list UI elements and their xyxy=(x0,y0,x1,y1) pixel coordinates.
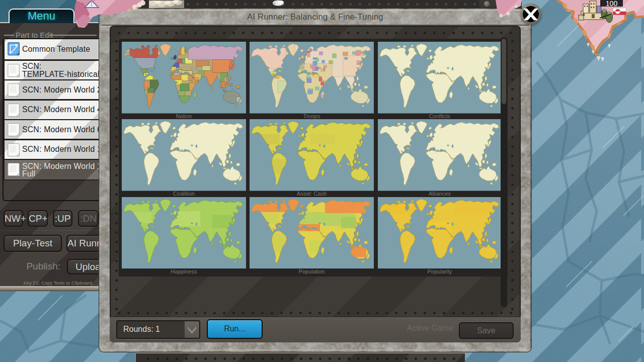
svg-text:100: 100 xyxy=(606,0,618,8)
